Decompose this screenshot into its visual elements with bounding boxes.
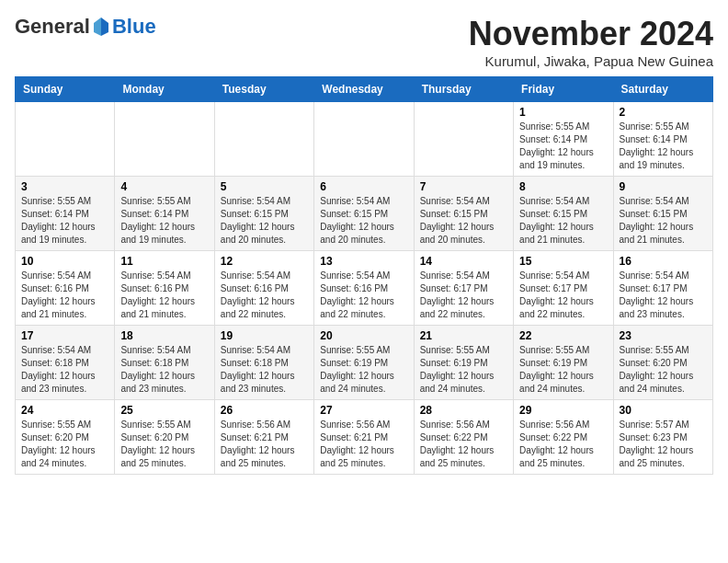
page-header: General Blue November 2024 Kurumul, Jiwa… (15, 15, 713, 69)
day-info: Sunrise: 5:57 AM Sunset: 6:23 PM Dayligh… (620, 419, 707, 470)
col-thursday: Thursday (414, 77, 513, 102)
logo-blue: Blue (112, 15, 156, 39)
table-row: 22Sunrise: 5:55 AM Sunset: 6:19 PM Dayli… (514, 326, 613, 400)
logo: General Blue (15, 15, 156, 39)
day-number: 5 (221, 180, 308, 193)
table-row: 16Sunrise: 5:54 AM Sunset: 6:17 PM Dayli… (613, 251, 712, 326)
table-row: 25Sunrise: 5:55 AM Sunset: 6:20 PM Dayli… (115, 400, 214, 475)
day-info: Sunrise: 5:54 AM Sunset: 6:16 PM Dayligh… (21, 270, 108, 321)
day-info: Sunrise: 5:56 AM Sunset: 6:21 PM Dayligh… (320, 419, 407, 470)
col-sunday: Sunday (16, 77, 115, 102)
day-number: 10 (21, 255, 108, 268)
day-info: Sunrise: 5:54 AM Sunset: 6:17 PM Dayligh… (620, 270, 707, 321)
table-row: 5Sunrise: 5:54 AM Sunset: 6:15 PM Daylig… (214, 177, 313, 251)
month-title: November 2024 (469, 15, 713, 53)
calendar-week-3: 10Sunrise: 5:54 AM Sunset: 6:16 PM Dayli… (16, 251, 713, 326)
day-number: 22 (519, 329, 607, 342)
day-info: Sunrise: 5:54 AM Sunset: 6:17 PM Dayligh… (519, 270, 607, 321)
day-info: Sunrise: 5:54 AM Sunset: 6:15 PM Dayligh… (420, 195, 507, 247)
day-info: Sunrise: 5:54 AM Sunset: 6:15 PM Dayligh… (620, 195, 707, 247)
day-number: 11 (120, 255, 208, 268)
day-number: 2 (620, 106, 707, 119)
table-row (414, 102, 513, 177)
table-row: 19Sunrise: 5:54 AM Sunset: 6:18 PM Dayli… (214, 326, 313, 400)
col-tuesday: Tuesday (214, 77, 313, 102)
day-info: Sunrise: 5:55 AM Sunset: 6:20 PM Dayligh… (620, 344, 707, 396)
table-row: 17Sunrise: 5:54 AM Sunset: 6:18 PM Dayli… (16, 326, 115, 400)
day-info: Sunrise: 5:54 AM Sunset: 6:16 PM Dayligh… (320, 270, 407, 321)
table-row: 10Sunrise: 5:54 AM Sunset: 6:16 PM Dayli… (16, 251, 115, 326)
table-row: 1Sunrise: 5:55 AM Sunset: 6:14 PM Daylig… (514, 102, 613, 177)
table-row: 28Sunrise: 5:56 AM Sunset: 6:22 PM Dayli… (414, 400, 513, 475)
table-row: 30Sunrise: 5:57 AM Sunset: 6:23 PM Dayli… (613, 400, 712, 475)
col-monday: Monday (115, 77, 214, 102)
day-number: 6 (320, 180, 407, 193)
day-info: Sunrise: 5:55 AM Sunset: 6:20 PM Dayligh… (120, 419, 208, 470)
table-row: 18Sunrise: 5:54 AM Sunset: 6:18 PM Dayli… (115, 326, 214, 400)
day-number: 29 (519, 404, 607, 417)
table-row: 6Sunrise: 5:54 AM Sunset: 6:15 PM Daylig… (314, 177, 414, 251)
table-row: 3Sunrise: 5:55 AM Sunset: 6:14 PM Daylig… (16, 177, 115, 251)
day-number: 4 (120, 180, 208, 193)
calendar-week-5: 24Sunrise: 5:55 AM Sunset: 6:20 PM Dayli… (16, 400, 713, 475)
day-info: Sunrise: 5:55 AM Sunset: 6:14 PM Dayligh… (120, 195, 208, 247)
day-number: 16 (620, 255, 707, 268)
table-row: 11Sunrise: 5:54 AM Sunset: 6:16 PM Dayli… (115, 251, 214, 326)
day-number: 14 (420, 255, 507, 268)
calendar: Sunday Monday Tuesday Wednesday Thursday… (15, 76, 713, 475)
table-row: 4Sunrise: 5:55 AM Sunset: 6:14 PM Daylig… (115, 177, 214, 251)
day-info: Sunrise: 5:54 AM Sunset: 6:16 PM Dayligh… (120, 270, 208, 321)
calendar-week-1: 1Sunrise: 5:55 AM Sunset: 6:14 PM Daylig… (16, 102, 713, 177)
day-info: Sunrise: 5:55 AM Sunset: 6:14 PM Dayligh… (21, 195, 108, 247)
col-saturday: Saturday (613, 77, 712, 102)
table-row: 15Sunrise: 5:54 AM Sunset: 6:17 PM Dayli… (514, 251, 613, 326)
table-row: 2Sunrise: 5:55 AM Sunset: 6:14 PM Daylig… (613, 102, 712, 177)
table-row (314, 102, 414, 177)
table-row: 24Sunrise: 5:55 AM Sunset: 6:20 PM Dayli… (16, 400, 115, 475)
col-wednesday: Wednesday (314, 77, 414, 102)
table-row: 21Sunrise: 5:55 AM Sunset: 6:19 PM Dayli… (414, 326, 513, 400)
table-row: 20Sunrise: 5:55 AM Sunset: 6:19 PM Dayli… (314, 326, 414, 400)
day-number: 27 (320, 404, 407, 417)
day-info: Sunrise: 5:54 AM Sunset: 6:18 PM Dayligh… (120, 344, 208, 396)
day-number: 12 (221, 255, 308, 268)
day-number: 30 (620, 404, 707, 417)
day-info: Sunrise: 5:55 AM Sunset: 6:14 PM Dayligh… (519, 121, 607, 172)
day-number: 20 (320, 329, 407, 342)
col-friday: Friday (514, 77, 613, 102)
table-row: 9Sunrise: 5:54 AM Sunset: 6:15 PM Daylig… (613, 177, 712, 251)
table-row (16, 102, 115, 177)
day-number: 3 (21, 180, 108, 193)
day-info: Sunrise: 5:54 AM Sunset: 6:15 PM Dayligh… (519, 195, 607, 247)
day-number: 23 (620, 329, 707, 342)
table-row (214, 102, 313, 177)
table-row: 26Sunrise: 5:56 AM Sunset: 6:21 PM Dayli… (214, 400, 313, 475)
table-row: 8Sunrise: 5:54 AM Sunset: 6:15 PM Daylig… (514, 177, 613, 251)
calendar-header-row: Sunday Monday Tuesday Wednesday Thursday… (16, 77, 713, 102)
day-info: Sunrise: 5:54 AM Sunset: 6:18 PM Dayligh… (221, 344, 308, 396)
calendar-week-2: 3Sunrise: 5:55 AM Sunset: 6:14 PM Daylig… (16, 177, 713, 251)
day-number: 25 (120, 404, 208, 417)
day-number: 7 (420, 180, 507, 193)
day-number: 24 (21, 404, 108, 417)
day-info: Sunrise: 5:54 AM Sunset: 6:15 PM Dayligh… (320, 195, 407, 247)
day-info: Sunrise: 5:55 AM Sunset: 6:19 PM Dayligh… (420, 344, 507, 396)
table-row: 27Sunrise: 5:56 AM Sunset: 6:21 PM Dayli… (314, 400, 414, 475)
day-info: Sunrise: 5:55 AM Sunset: 6:19 PM Dayligh… (519, 344, 607, 396)
table-row: 7Sunrise: 5:54 AM Sunset: 6:15 PM Daylig… (414, 177, 513, 251)
day-info: Sunrise: 5:55 AM Sunset: 6:20 PM Dayligh… (21, 419, 108, 470)
day-number: 9 (620, 180, 707, 193)
day-info: Sunrise: 5:54 AM Sunset: 6:16 PM Dayligh… (221, 270, 308, 321)
day-info: Sunrise: 5:56 AM Sunset: 6:22 PM Dayligh… (519, 419, 607, 470)
table-row: 14Sunrise: 5:54 AM Sunset: 6:17 PM Dayli… (414, 251, 513, 326)
day-number: 13 (320, 255, 407, 268)
calendar-week-4: 17Sunrise: 5:54 AM Sunset: 6:18 PM Dayli… (16, 326, 713, 400)
day-info: Sunrise: 5:56 AM Sunset: 6:21 PM Dayligh… (221, 419, 308, 470)
day-number: 26 (221, 404, 308, 417)
table-row: 23Sunrise: 5:55 AM Sunset: 6:20 PM Dayli… (613, 326, 712, 400)
day-number: 17 (21, 329, 108, 342)
day-number: 19 (221, 329, 308, 342)
location: Kurumul, Jiwaka, Papua New Guinea (469, 53, 713, 69)
day-number: 21 (420, 329, 507, 342)
table-row (115, 102, 214, 177)
